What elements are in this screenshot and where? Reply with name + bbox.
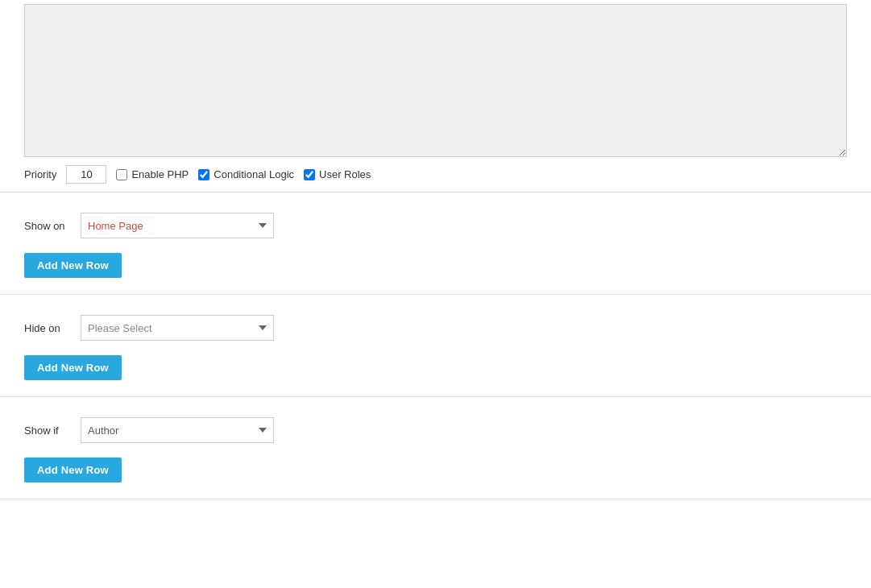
enable-php-checkbox[interactable]: [116, 169, 127, 180]
show-if-row: Show if Author Home Page Please Select F…: [24, 417, 847, 443]
user-roles-label[interactable]: User Roles: [319, 168, 371, 180]
page-wrapper: Priority Enable PHP Conditional Logic Us…: [0, 0, 871, 499]
conditional-logic-label[interactable]: Conditional Logic: [214, 168, 294, 180]
show-if-label: Show if: [24, 424, 68, 437]
enable-php-label[interactable]: Enable PHP: [131, 168, 189, 180]
priority-bar: Priority Enable PHP Conditional Logic Us…: [0, 157, 871, 193]
show-if-add-button[interactable]: Add New Row: [24, 458, 122, 482]
priority-label: Priority: [24, 168, 56, 180]
show-if-section: Show if Author Home Page Please Select F…: [0, 397, 871, 499]
hide-on-dropdown[interactable]: Please Select Home Page Front Page Archi…: [81, 315, 274, 341]
show-if-dropdown[interactable]: Author Home Page Please Select Front Pag…: [81, 417, 274, 443]
priority-input[interactable]: [66, 165, 106, 184]
show-on-dropdown[interactable]: Home Page Please Select Author Front Pag…: [81, 213, 274, 238]
user-roles-group: User Roles: [304, 168, 371, 180]
show-on-section: Show on Home Page Please Select Author F…: [0, 193, 871, 295]
hide-on-row: Hide on Please Select Home Page Front Pa…: [24, 315, 847, 341]
show-on-row: Show on Home Page Please Select Author F…: [24, 213, 847, 238]
show-on-add-button[interactable]: Add New Row: [24, 253, 122, 278]
user-roles-checkbox[interactable]: [304, 169, 315, 180]
show-on-label: Show on: [24, 220, 68, 232]
hide-on-add-button[interactable]: Add New Row: [24, 355, 122, 380]
hide-on-section: Hide on Please Select Home Page Front Pa…: [0, 295, 871, 397]
hide-on-label: Hide on: [24, 322, 68, 334]
conditional-logic-checkbox[interactable]: [198, 169, 209, 180]
code-textarea[interactable]: [24, 4, 847, 157]
textarea-section: [0, 0, 871, 157]
enable-php-group: Enable PHP: [116, 168, 189, 180]
conditional-logic-group: Conditional Logic: [198, 168, 294, 180]
